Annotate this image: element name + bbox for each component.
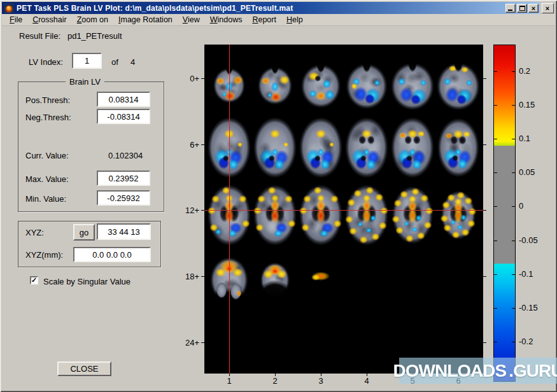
maximize-button[interactable]: [517, 4, 527, 13]
colorbar-tick-mark: [494, 172, 497, 173]
colorbar-tick-mark: [494, 105, 497, 106]
maximize-icon: [519, 6, 525, 11]
y-tick-mark: [201, 78, 204, 79]
colorbar-tick-mark: [494, 274, 497, 275]
application-window: PET Task PLS Brain LV Plot: d:\m_data\pl…: [0, 0, 557, 392]
y-tick-mark: [483, 276, 486, 277]
title-bar[interactable]: PET Task PLS Brain LV Plot: d:\m_data\pl…: [2, 2, 540, 14]
max-value-input[interactable]: [97, 171, 150, 186]
y-tick-mark: [201, 276, 204, 277]
y-tick-mark: [201, 342, 204, 343]
xyz-label: XYZ:: [25, 228, 44, 237]
x-tick-mark: [367, 374, 367, 376]
menu-view[interactable]: View: [178, 15, 205, 25]
y-tick-label: 12+: [179, 206, 199, 215]
watermark-banner: DOWNLOADS .GURU: [399, 358, 557, 384]
x-tick-label: 3: [313, 376, 328, 386]
brain-lv-frame-title: Brain LV: [66, 77, 104, 87]
x-tick-label: 2: [267, 376, 283, 386]
overlay-close-button[interactable]: ×: [542, 3, 554, 13]
checkmark-icon: ✓: [31, 276, 37, 284]
lv-index-label: LV Index:: [29, 57, 63, 67]
pos-thresh-label: Pos.Thresh:: [25, 95, 70, 105]
xyz-mm-input[interactable]: [73, 247, 151, 262]
colorbar-tick-label: 0.2: [519, 66, 549, 76]
close-button[interactable]: ×: [528, 4, 539, 13]
x-tick-label: 1: [222, 376, 237, 386]
result-file-value: pd1_PETresult: [67, 31, 122, 41]
y-tick-label: 0+: [179, 74, 199, 83]
x-tick-label: 4: [359, 376, 374, 386]
colorbar-tick-mark: [512, 206, 515, 207]
scale-checkbox[interactable]: ✓: [30, 276, 38, 284]
menu-windows[interactable]: Windows: [205, 15, 248, 25]
y-tick-label: 18+: [179, 272, 199, 281]
watermark-text-right: .GURU: [509, 361, 557, 381]
go-button[interactable]: go: [73, 224, 95, 241]
colorbar-tick-mark: [494, 241, 497, 241]
pos-thresh-input[interactable]: [97, 92, 150, 107]
neg-thresh-label: Neg.Thresh:: [25, 113, 71, 122]
xyz-input[interactable]: [97, 223, 151, 240]
colorbar-tick-mark: [512, 308, 515, 309]
min-value-label: Min. Value:: [25, 194, 66, 204]
curr-value-label: Curr. Value:: [25, 151, 69, 160]
window-controls: ×: [505, 4, 539, 13]
scale-checkbox-label: Scale by Singular Value: [43, 277, 130, 286]
window-title: PET Task PLS Brain LV Plot: d:\m_data\pl…: [17, 4, 293, 13]
y-tick-mark: [483, 210, 486, 211]
max-value-label: Max. Value:: [25, 174, 69, 184]
y-tick-label: 6+: [179, 140, 199, 150]
result-file-label: Result File:: [19, 31, 60, 41]
y-tick-mark: [483, 78, 486, 79]
menu-crosshair[interactable]: Crosshair: [27, 15, 72, 25]
colorbar-tick-mark: [512, 172, 515, 173]
colorbar-tick-mark: [512, 274, 515, 275]
colorbar-tick-mark: [494, 71, 497, 72]
colorbar-tick-label: 0.05: [519, 167, 549, 177]
y-tick-label: 24+: [179, 338, 199, 347]
menu-report[interactable]: Report: [247, 15, 281, 25]
colorbar-tick-label: 0.1: [519, 134, 549, 143]
overlay-close-pad: ×: [540, 2, 555, 14]
colorbar-tick-mark: [512, 139, 515, 139]
colorbar-tick-mark: [512, 342, 515, 342]
neg-thresh-input[interactable]: [97, 109, 150, 124]
colorbar-tick-mark: [494, 139, 497, 139]
app-icon: [4, 3, 14, 13]
colorbar: [493, 45, 516, 382]
min-value-input[interactable]: [97, 190, 150, 206]
colorbar-tick-mark: [512, 241, 515, 241]
lv-index-input[interactable]: [72, 53, 102, 69]
menu-bar: FileCrosshairZoom onImage RotationViewWi…: [2, 14, 555, 26]
minimize-button[interactable]: [505, 4, 516, 13]
x-tick-mark: [321, 374, 321, 376]
colorbar-tick-mark: [494, 308, 497, 309]
close-figure-button[interactable]: CLOSE: [57, 361, 111, 376]
colorbar-tick-label: -0.05: [519, 235, 549, 245]
colorbar-tick-mark: [494, 206, 497, 207]
curr-value: 0.102304: [108, 151, 143, 160]
colorbar-tick-mark: [512, 105, 515, 106]
menu-zoom-on[interactable]: Zoom on: [72, 15, 113, 25]
colorbar-tick-label: 0: [519, 201, 549, 211]
x-tick-mark: [275, 374, 276, 376]
y-tick-mark: [201, 144, 204, 145]
brain-plot-axes[interactable]: [204, 45, 483, 374]
xyz-mm-label: XYZ(mm):: [25, 250, 63, 260]
colorbar-tick-mark: [512, 71, 515, 72]
y-tick-mark: [483, 342, 486, 343]
menu-help[interactable]: Help: [281, 15, 308, 25]
menu-image-rotation[interactable]: Image Rotation: [113, 15, 178, 25]
minimize-icon: [508, 10, 512, 11]
menu-file[interactable]: File: [4, 15, 27, 25]
close-icon: ×: [532, 4, 535, 12]
x-tick-mark: [229, 374, 230, 376]
of-label: of: [111, 57, 118, 67]
y-tick-mark: [201, 210, 204, 211]
brain-slices-image[interactable]: [204, 45, 483, 374]
colorbar-tick-mark: [494, 342, 497, 342]
lv-count: 4: [130, 57, 135, 67]
colorbar-tick-label: -0.1: [519, 269, 549, 279]
colorbar-tick-label: 0.15: [519, 100, 549, 109]
